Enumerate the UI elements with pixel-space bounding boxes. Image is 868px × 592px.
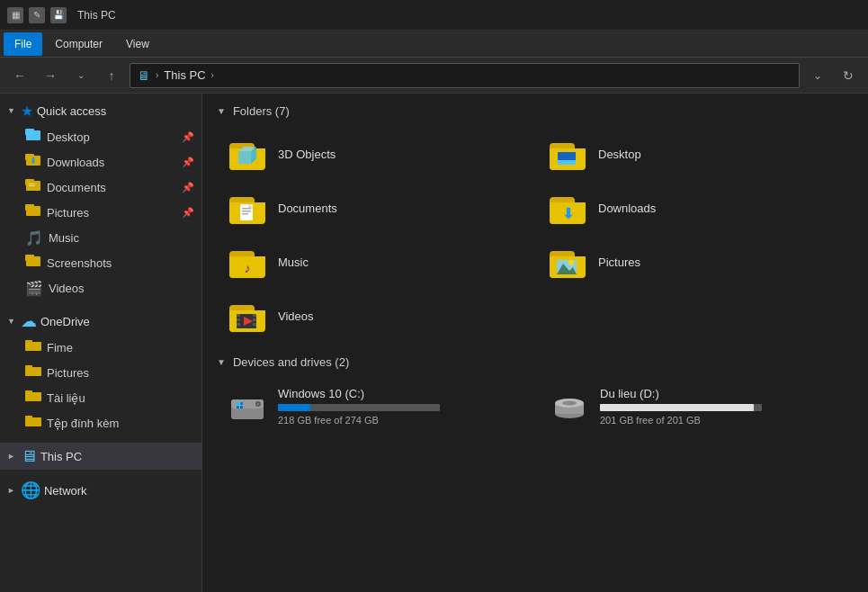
drive-c[interactable]: Windows 10 (C:) 218 GB free of 274 GB — [217, 380, 532, 433]
refresh-button[interactable]: ↻ — [836, 63, 861, 88]
fime-label: Fime — [47, 341, 194, 354]
folder-downloads[interactable]: ⬇ Downloads — [537, 183, 854, 233]
folders-collapse-arrow[interactable]: ▼ — [217, 106, 226, 116]
thispc-icon: 🖥 — [21, 447, 37, 466]
sidebar-item-screenshots[interactable]: Screenshots — [0, 250, 201, 275]
pictures-folder-name: Pictures — [598, 256, 640, 269]
address-input[interactable]: 🖥 › This PC › — [130, 63, 800, 88]
sidebar-item-pictures[interactable]: Pictures 📌 — [0, 200, 201, 225]
drive-c-name: Windows 10 (C:) — [278, 387, 523, 400]
thispc-chevron: ► — [7, 452, 15, 461]
downloads-label: Downloads — [47, 156, 194, 169]
devices-collapse-arrow[interactable]: ▼ — [217, 357, 226, 367]
folder-3dobjects[interactable]: 3D Objects — [217, 129, 533, 179]
network-chevron: ► — [7, 486, 15, 495]
downloads-icon: ⬇ — [25, 153, 41, 171]
quick-access-section: ▼ ★ Quick access Desktop 📌 — [0, 94, 201, 304]
folders-grid: 3D Objects Desktop — [217, 129, 854, 341]
svg-rect-16 — [25, 365, 32, 370]
svg-rect-18 — [25, 390, 32, 395]
network-icon: 🌐 — [21, 480, 40, 500]
file-menu[interactable]: File — [4, 32, 42, 56]
sidebar-item-music[interactable]: 🎵 Music — [0, 225, 201, 250]
drive-d-icon — [548, 389, 591, 425]
onedrive-header[interactable]: ▼ ☁ OneDrive — [0, 308, 201, 335]
fime-folder-icon — [25, 339, 41, 355]
recent-button[interactable]: ⌄ — [68, 63, 94, 88]
documents-label: Documents — [47, 181, 194, 194]
desktop-thumb — [546, 136, 589, 172]
drive-d[interactable]: Du lieu (D:) 201 GB free of 201 GB — [539, 380, 854, 433]
music-folder-name: Music — [278, 256, 309, 269]
pictures-icon — [25, 203, 41, 221]
sidebar-item-tepdinh[interactable]: Tệp đính kèm — [0, 410, 201, 435]
svg-rect-49 — [240, 402, 243, 405]
drive-c-icon — [226, 389, 269, 425]
documents-icon — [25, 178, 41, 196]
svg-rect-1 — [25, 129, 34, 135]
svg-rect-50 — [237, 406, 239, 408]
quick-access-star-icon: ★ — [21, 103, 33, 120]
svg-rect-48 — [237, 402, 239, 405]
onedrive-chevron: ▼ — [7, 317, 15, 326]
quick-access-header[interactable]: ▼ ★ Quick access — [0, 97, 201, 124]
forward-button[interactable]: → — [38, 63, 63, 88]
drives-grid: Windows 10 (C:) 218 GB free of 274 GB — [217, 380, 854, 433]
folders-section-header: ▼ Folders (7) — [217, 104, 854, 118]
tepdinh-folder-icon — [25, 415, 41, 431]
up-button[interactable]: ↑ — [99, 63, 124, 88]
view-menu[interactable]: View — [115, 32, 160, 56]
od-pictures-label: Pictures — [47, 366, 194, 380]
music-thumb: ♪ — [226, 244, 269, 280]
folder-documents[interactable]: Documents — [217, 183, 533, 233]
documents-folder-name: Documents — [278, 202, 337, 215]
folder-music[interactable]: ♪ Music — [217, 237, 533, 287]
onedrive-icon: ☁ — [21, 311, 37, 331]
drive-d-bar-fill — [600, 404, 754, 411]
svg-rect-12 — [25, 255, 34, 261]
desktop-pin-icon: 📌 — [182, 131, 194, 143]
folder-desktop[interactable]: Desktop — [537, 129, 854, 179]
title-bar: ▦ ✎ 💾 This PC — [0, 0, 868, 31]
thispc-header[interactable]: ► 🖥 This PC — [0, 443, 201, 470]
folder-videos[interactable]: Videos — [217, 291, 533, 341]
svg-rect-28 — [242, 211, 251, 212]
svg-text:♪: ♪ — [245, 261, 251, 275]
onedrive-section: ▼ ☁ OneDrive Fime Pictures Tài — [0, 304, 201, 439]
edit-icon: ✎ — [29, 7, 45, 23]
title-bar-icons: ▦ ✎ 💾 — [7, 7, 67, 23]
sidebar-item-downloads[interactable]: ⬇ Downloads 📌 — [0, 149, 201, 175]
sidebar-item-videos[interactable]: 🎬 Videos — [0, 275, 201, 300]
svg-rect-7 — [29, 184, 35, 184]
sidebar-item-fime[interactable]: Fime — [0, 335, 201, 360]
svg-rect-21 — [238, 151, 251, 164]
sidebar-item-documents[interactable]: Documents 📌 — [0, 175, 201, 200]
folder-pictures[interactable]: Pictures — [537, 237, 854, 287]
sidebar-item-od-pictures[interactable]: Pictures — [0, 360, 201, 385]
address-path: This PC — [164, 68, 205, 82]
desktop-label: Desktop — [47, 130, 194, 144]
back-button[interactable]: ← — [7, 63, 32, 88]
stack-icon: ▦ — [7, 7, 23, 23]
svg-rect-51 — [240, 406, 243, 408]
tailieu-label: Tài liệu — [47, 391, 194, 405]
sidebar-item-desktop[interactable]: Desktop 📌 — [0, 124, 201, 149]
tailieu-folder-icon — [25, 390, 41, 406]
3dobjects-name: 3D Objects — [278, 148, 336, 161]
folders-section-title: Folders (7) — [233, 104, 290, 118]
desktop-folder-icon — [25, 128, 41, 146]
od-pictures-folder-icon — [25, 364, 41, 381]
address-dropdown-button[interactable]: ⌄ — [805, 63, 830, 88]
network-header[interactable]: ► 🌐 Network — [0, 477, 201, 504]
svg-point-34 — [568, 260, 574, 265]
computer-menu[interactable]: Computer — [44, 32, 113, 56]
onedrive-label: OneDrive — [40, 315, 90, 328]
music-icon: 🎵 — [25, 229, 43, 247]
svg-point-46 — [257, 402, 260, 405]
svg-rect-25 — [558, 152, 576, 160]
address-bar: ← → ⌄ ↑ 🖥 › This PC › ⌄ ↻ — [0, 58, 868, 94]
music-label: Music — [49, 231, 194, 245]
downloads-pin-icon: 📌 — [182, 157, 194, 168]
sidebar-item-tailieu[interactable]: Tài liệu — [0, 385, 201, 410]
drive-d-size: 201 GB free of 201 GB — [600, 415, 845, 426]
